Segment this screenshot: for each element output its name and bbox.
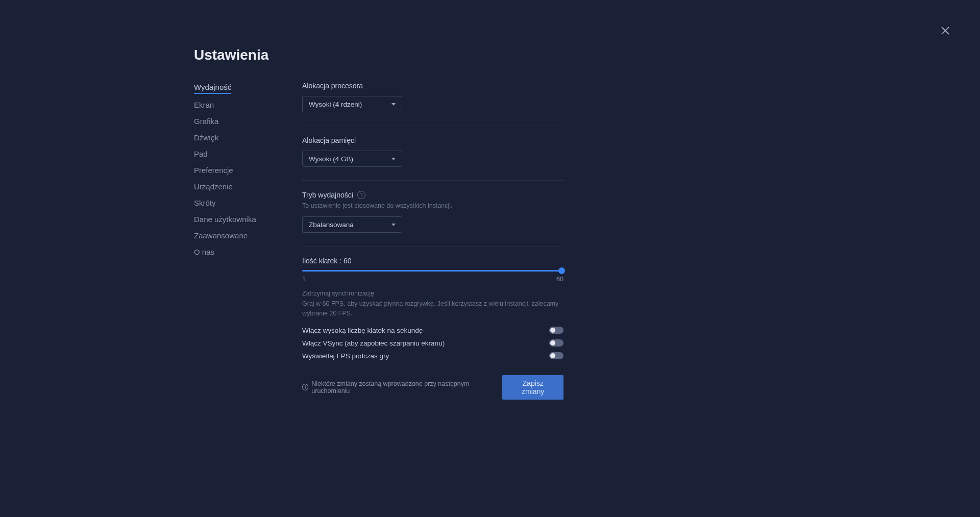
sidebar-item-preferences[interactable]: Preferencje	[194, 165, 233, 176]
settings-main: Alokacja procesora Wysoki (4 rdzeni) Alo…	[302, 82, 564, 400]
chevron-down-icon	[391, 224, 396, 226]
sidebar-item-pad[interactable]: Pad	[194, 149, 208, 159]
high-fps-toggle[interactable]	[549, 327, 564, 334]
close-icon	[939, 24, 951, 37]
save-button[interactable]: Zapisz zmiany	[502, 375, 564, 400]
sidebar-item-device[interactable]: Urządzenie	[194, 181, 233, 192]
memory-allocation-label: Alokacja pamięci	[302, 136, 564, 144]
frames-label: Ilość klatek : 60	[302, 257, 564, 265]
cpu-allocation-label: Alokacja procesora	[302, 82, 564, 90]
help-icon[interactable]: ?	[357, 191, 365, 199]
sidebar-item-about[interactable]: O nas	[194, 247, 214, 257]
high-fps-label: Włącz wysoką liczbę klatek na sekundę	[302, 327, 423, 334]
vsync-label: Włącz VSync (aby zapobiec szarpaniu ekra…	[302, 339, 445, 347]
show-fps-label: Wyświetlaj FPS podczas gry	[302, 352, 389, 360]
page-title: Ustawienia	[194, 47, 980, 63]
chevron-down-icon	[391, 103, 396, 106]
chevron-down-icon	[391, 158, 396, 160]
performance-mode-value: Zbalansowana	[309, 221, 354, 229]
memory-allocation-select[interactable]: Wysoki (4 GB)	[302, 151, 402, 167]
performance-mode-sub: To ustawienie jest stosowane do wszystki…	[302, 202, 564, 209]
sidebar-item-performance[interactable]: Wydajność	[194, 82, 231, 94]
performance-mode-select[interactable]: Zbalansowana	[302, 216, 402, 233]
sidebar-item-sound[interactable]: Dźwięk	[194, 132, 218, 143]
toggle-knob	[550, 328, 555, 333]
sidebar-item-shortcuts[interactable]: Skróty	[194, 198, 216, 208]
sidebar-item-screen[interactable]: Ekran	[194, 100, 214, 110]
frames-slider[interactable]	[302, 270, 564, 272]
sidebar-item-userdata[interactable]: Dane użytkownika	[194, 214, 256, 225]
sidebar-item-graphics[interactable]: Grafika	[194, 116, 218, 127]
frames-description: Graj w 60 FPS, aby uzyskać płynną rozgry…	[302, 299, 564, 318]
frames-slider-thumb[interactable]	[558, 267, 565, 274]
show-fps-toggle[interactable]	[549, 352, 564, 359]
footer-message: i Niektóre zmiany zostaną wprowadzone pr…	[302, 380, 496, 395]
divider	[302, 180, 564, 181]
frames-min: 1	[302, 276, 306, 283]
info-icon: i	[302, 384, 308, 390]
performance-mode-label: Tryb wydajności ?	[302, 191, 564, 199]
divider	[302, 126, 564, 126]
frames-max: 60	[556, 276, 564, 283]
divider	[302, 246, 564, 247]
sidebar-item-advanced[interactable]: Zaawansowane	[194, 230, 248, 241]
toggle-knob	[550, 353, 555, 358]
stop-sync-label: Zatrzymaj synchronizację	[302, 290, 564, 297]
cpu-allocation-value: Wysoki (4 rdzeni)	[309, 101, 362, 108]
vsync-toggle[interactable]	[549, 339, 564, 347]
close-button[interactable]	[939, 24, 951, 37]
settings-sidebar: Wydajność Ekran Grafika Dźwięk Pad Prefe…	[194, 82, 302, 400]
cpu-allocation-select[interactable]: Wysoki (4 rdzeni)	[302, 96, 402, 112]
memory-allocation-value: Wysoki (4 GB)	[309, 155, 353, 163]
toggle-knob	[550, 340, 555, 346]
